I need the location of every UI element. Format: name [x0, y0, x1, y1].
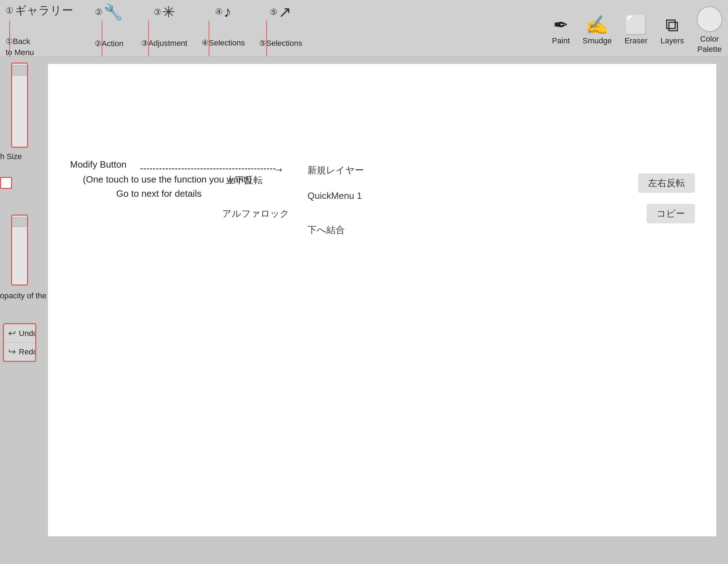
undo-redo-box: ↩ Undo ↪ Redo — [3, 323, 36, 362]
num2: ② — [95, 7, 103, 17]
selections4-label: ④Selections — [202, 38, 245, 48]
smudge-label: Smudge — [583, 36, 612, 45]
brush-size-container — [11, 63, 28, 148]
left-toolbar: ① ギャラリー ①Backto Menu ② 🔧 ②Action ③ ✳ — [6, 3, 552, 58]
merge-down-label: 下へ結合 — [307, 224, 345, 236]
main-content: Brush Size Change the opacity of the bru… — [0, 57, 728, 564]
opacity-container — [11, 215, 28, 286]
eraser-tool[interactable]: ⬜ Eraser — [625, 16, 648, 45]
num5: ⑤ — [270, 7, 278, 17]
selections5-icon[interactable]: ↗ — [278, 3, 291, 21]
left-sidebar: Brush Size Change the opacity of the bru… — [0, 57, 39, 564]
selections4-icon[interactable]: ♪ — [224, 3, 231, 21]
modify-button-row — [0, 177, 39, 189]
paint-label: Paint — [552, 36, 570, 45]
color-palette-label: ColorPalette — [697, 34, 722, 54]
canvas-area: ↘ Modify Button (One touch to use the fu… — [39, 57, 728, 564]
opacity-slider[interactable] — [11, 215, 28, 286]
redo-icon: ↪ — [8, 346, 16, 357]
redo-button[interactable]: ↪ Redo — [4, 343, 35, 361]
action-label: ②Action — [95, 39, 123, 48]
quickmenu-label: QuickMenu 1 — [307, 190, 362, 201]
color-palette-icon — [697, 6, 722, 32]
layers-tool[interactable]: ⧉ Layers — [660, 16, 684, 45]
undo-icon: ↩ — [8, 328, 16, 339]
brush-size-thumb[interactable] — [12, 65, 27, 76]
num3: ③ — [154, 7, 161, 17]
anno-line-5 — [266, 21, 267, 56]
layers-icon: ⧉ — [665, 16, 679, 34]
alpha-lock-label: アルファロック — [222, 207, 289, 220]
adjustment-icon[interactable]: ✳ — [162, 3, 175, 21]
canvas: ↘ Modify Button (One touch to use the fu… — [48, 64, 716, 536]
smudge-tool[interactable]: ✍ Smudge — [583, 16, 612, 45]
eraser-label: Eraser — [625, 36, 648, 45]
smudge-icon: ✍ — [585, 16, 609, 34]
dashed-arrow: ↘ — [272, 164, 284, 176]
new-layer-label: 新規レイヤー — [307, 164, 364, 177]
layers-label: Layers — [660, 36, 684, 45]
top-toolbar: ① ギャラリー ①Backto Menu ② 🔧 ②Action ③ ✳ — [0, 0, 728, 57]
num1: ① — [6, 6, 14, 16]
anno-line-4 — [209, 21, 209, 56]
flip-v-label: 上下反転 — [226, 174, 263, 186]
selections5-label: ⑤Selections — [259, 39, 303, 48]
paint-tool[interactable]: ✒ Paint — [552, 16, 570, 45]
eraser-icon: ⬜ — [625, 16, 648, 34]
anno-line-3 — [148, 21, 149, 56]
modify-button-label: Modify Button — [70, 159, 127, 170]
copy-button[interactable]: コピー — [647, 204, 695, 223]
dashed-line — [140, 168, 275, 169]
brush-size-label: Brush Size — [0, 152, 55, 161]
anno-line-2 — [102, 21, 102, 56]
modify-checkbox[interactable] — [0, 177, 12, 189]
gallery-label[interactable]: ギャラリー — [15, 3, 73, 18]
redo-label: Redo — [19, 347, 36, 357]
num4: ④ — [215, 7, 223, 17]
opacity-thumb[interactable] — [12, 217, 27, 227]
undo-button[interactable]: ↩ Undo — [4, 324, 35, 343]
go-next-label: Go to next for details — [116, 188, 202, 199]
flip-h-button[interactable]: 左右反転 — [638, 173, 695, 193]
right-toolbar: ✒ Paint ✍ Smudge ⬜ Eraser ⧉ Layers Color… — [552, 3, 722, 54]
undo-label: Undo — [19, 329, 36, 338]
action-icon[interactable]: 🔧 — [103, 3, 123, 21]
color-palette-tool[interactable]: ColorPalette — [697, 6, 722, 54]
paint-icon: ✒ — [553, 16, 569, 34]
brush-size-slider[interactable] — [11, 63, 28, 148]
